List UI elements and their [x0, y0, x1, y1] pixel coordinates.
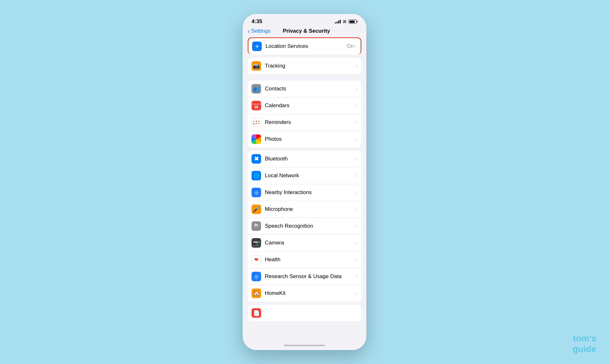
tracking-group: 📷 Tracking › [248, 58, 361, 74]
microphone-item[interactable]: 🎤 Microphone › [248, 201, 361, 218]
calendars-right: › [356, 103, 357, 108]
status-time: 4:35 [252, 18, 262, 25]
back-button[interactable]: ‹ Settings [248, 28, 271, 34]
contacts-label: Contacts [265, 86, 356, 92]
health-item[interactable]: ❤ Health › [248, 251, 361, 268]
bluetooth-icon: ✖ [252, 154, 261, 164]
speech-recognition-right: › [356, 223, 357, 229]
nav-bar: ‹ Settings Privacy & Security [243, 27, 366, 37]
bluetooth-chevron: › [356, 156, 357, 162]
svg-rect-1 [255, 224, 256, 227]
speech-recognition-label: Speech Recognition [265, 223, 356, 229]
reminders-item[interactable]: Reminders › [248, 114, 361, 131]
more-group: 📄 [248, 305, 361, 321]
microphone-chevron: › [356, 206, 357, 212]
local-network-label: Local Network [265, 172, 356, 179]
local-network-right: › [356, 173, 357, 179]
tracking-label: Tracking [265, 63, 356, 69]
calendars-item[interactable]: ●●●●●● 📅 Calendars › [248, 97, 361, 114]
health-label: Health [265, 257, 356, 263]
microphone-label: Microphone [265, 206, 356, 212]
nearby-interactions-chevron: › [356, 190, 357, 195]
calendars-icon: ●●●●●● 📅 [252, 101, 261, 110]
home-indicator [243, 341, 366, 350]
location-services-item[interactable]: ✈ Location Services On › [248, 37, 361, 55]
tracking-right: › [356, 63, 357, 69]
health-right: › [356, 257, 357, 263]
tracking-chevron: › [356, 63, 357, 69]
watermark-line1: tom's [573, 333, 596, 344]
research-sensor-item[interactable]: ◎ Research Sensor & Usage Data › [248, 268, 361, 285]
reminders-right: › [356, 120, 357, 125]
homekit-label: HomeKit [265, 290, 356, 296]
contacts-chevron: › [356, 86, 357, 92]
nearby-interactions-item[interactable]: ◎ Nearby Interactions › [248, 184, 361, 201]
microphone-right: › [356, 206, 357, 212]
location-services-chevron: › [355, 43, 357, 49]
location-services-label: Location Services [265, 43, 347, 49]
research-sensor-label: Research Sensor & Usage Data [265, 273, 356, 280]
contacts-right: › [356, 86, 357, 92]
photos-label: Photos [265, 136, 356, 142]
status-icons: ⌘ [335, 19, 357, 24]
photos-right: › [356, 136, 357, 142]
content-area: ✈ Location Services On › 📷 Tracking › [243, 37, 366, 341]
research-sensor-right: › [356, 274, 357, 279]
local-network-icon: 🌐 [252, 171, 261, 180]
back-label: Settings [251, 28, 271, 34]
tracking-item[interactable]: 📷 Tracking › [248, 58, 361, 74]
photos-item[interactable]: Photos › [248, 131, 361, 147]
speech-recognition-item[interactable]: Speech Recognition › [248, 218, 361, 235]
camera-right: › [356, 240, 357, 246]
health-icon: ❤ [252, 255, 261, 264]
svg-rect-0 [254, 224, 255, 226]
signal-bars-icon [335, 20, 341, 23]
nearby-interactions-label: Nearby Interactions [265, 189, 356, 196]
tracking-icon: 📷 [252, 61, 261, 71]
phone-frame: 4:35 ⌘ ‹ Settings Privacy & Security [243, 14, 366, 350]
camera-icon: 📷 [252, 238, 261, 248]
homekit-right: › [356, 290, 357, 296]
watermark-line2: guide [573, 344, 596, 354]
wifi-icon: ⌘ [343, 19, 347, 24]
bluetooth-item[interactable]: ✖ Bluetooth › [248, 151, 361, 167]
permissions-group: ✖ Bluetooth › 🌐 Local Network › ◎ Nearby… [248, 151, 361, 302]
svg-rect-3 [257, 224, 258, 226]
nav-title: Privacy & Security [271, 28, 342, 34]
bluetooth-right: › [356, 156, 357, 162]
photos-icon [252, 134, 261, 144]
camera-chevron: › [356, 240, 357, 246]
svg-rect-2 [256, 224, 257, 226]
nearby-interactions-right: › [356, 190, 357, 195]
health-chevron: › [356, 257, 357, 263]
reminders-label: Reminders [265, 119, 356, 126]
camera-label: Camera [265, 240, 356, 246]
reminders-chevron: › [356, 120, 357, 125]
location-services-value: On [347, 43, 354, 49]
location-services-right: On › [347, 43, 357, 49]
homekit-icon: 🏠 [252, 289, 261, 298]
home-bar [284, 345, 325, 346]
calendars-label: Calendars [265, 102, 356, 109]
homekit-chevron: › [356, 290, 357, 296]
speech-recognition-icon [252, 221, 261, 231]
photos-chevron: › [356, 136, 357, 142]
nearby-interactions-icon: ◎ [252, 188, 261, 197]
watermark: tom's guide [573, 333, 596, 354]
calendars-chevron: › [356, 103, 357, 108]
research-sensor-icon: ◎ [252, 272, 261, 281]
contacts-group: 👥 Contacts › ●●●●●● 📅 Calendars › [248, 81, 361, 147]
speech-recognition-chevron: › [356, 223, 357, 229]
camera-item[interactable]: 📷 Camera › [248, 235, 361, 251]
location-services-section: ✈ Location Services On › [248, 37, 361, 55]
back-chevron-icon: ‹ [248, 28, 250, 34]
contacts-icon: 👥 [252, 84, 261, 94]
research-sensor-chevron: › [356, 274, 357, 279]
homekit-item[interactable]: 🏠 HomeKit › [248, 285, 361, 302]
more-icon: 📄 [252, 308, 261, 318]
bluetooth-label: Bluetooth [265, 156, 356, 162]
contacts-item[interactable]: 👥 Contacts › [248, 81, 361, 97]
local-network-item[interactable]: 🌐 Local Network › [248, 167, 361, 184]
reminders-icon [252, 118, 261, 127]
more-item[interactable]: 📄 [248, 305, 361, 321]
